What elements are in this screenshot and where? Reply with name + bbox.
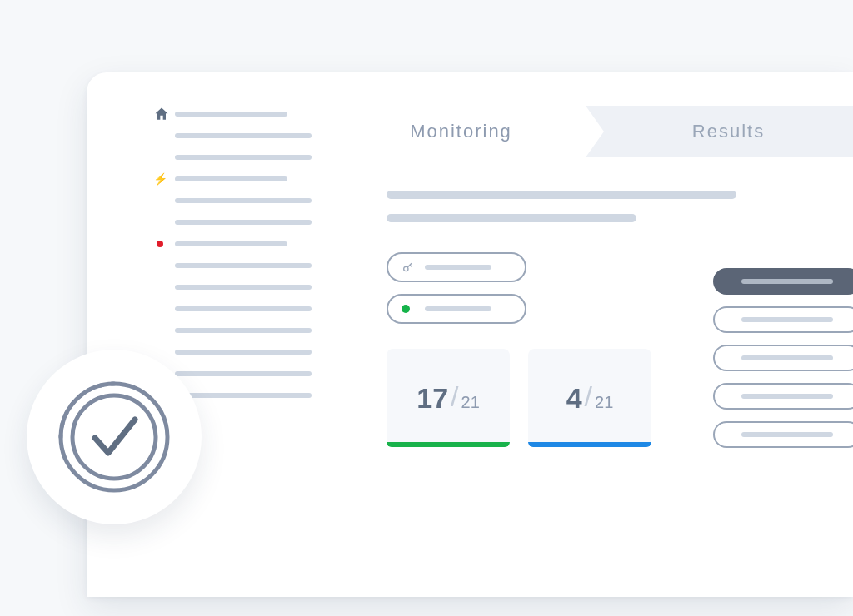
svg-point-0	[404, 266, 408, 271]
sidebar-item[interactable]	[153, 257, 312, 274]
pill-list	[713, 268, 853, 448]
filter-key-label	[425, 265, 491, 270]
stat2-value: 4	[566, 382, 582, 415]
sidebar-item[interactable]	[153, 279, 312, 296]
subheading-placeholder	[387, 214, 636, 222]
filter-key[interactable]	[387, 252, 526, 282]
pill-item-3[interactable]	[713, 383, 853, 410]
check-badge	[27, 350, 202, 524]
sidebar-item[interactable]	[153, 214, 312, 231]
filter-status-label	[425, 306, 491, 311]
stat-card-1[interactable]: 17 / 21	[387, 349, 510, 447]
sidebar-item[interactable]	[153, 192, 312, 209]
pill-item-0[interactable]	[713, 268, 853, 295]
sidebar-item-home[interactable]	[153, 106, 312, 122]
tab-monitoring[interactable]: Monitoring	[337, 106, 586, 157]
sidebar-item[interactable]	[153, 301, 312, 317]
canvas: ⚡ Monitoring Results	[0, 0, 853, 616]
check-icon	[43, 366, 185, 508]
sidebar-item[interactable]	[153, 127, 312, 144]
tab-bar: Monitoring Results	[337, 106, 853, 157]
app-window: ⚡ Monitoring Results	[87, 72, 853, 597]
sidebar-item[interactable]	[153, 149, 312, 166]
key-icon	[402, 261, 420, 274]
sidebar-item[interactable]	[153, 344, 312, 360]
stat1-value: 17	[417, 382, 448, 415]
bolt-icon: ⚡	[153, 172, 175, 186]
stat1-total: 21	[461, 393, 480, 412]
sidebar-item-warning[interactable]	[153, 236, 312, 252]
status-dot-icon	[402, 305, 420, 313]
pill-item-4[interactable]	[713, 421, 853, 448]
filter-status[interactable]	[387, 294, 526, 324]
stat2-total: 21	[595, 393, 613, 412]
sidebar: ⚡	[153, 106, 312, 409]
stat-card-2[interactable]: 4 / 21	[528, 349, 651, 447]
home-icon	[153, 106, 175, 122]
dot-red-icon	[153, 241, 175, 247]
pill-item-2[interactable]	[713, 345, 853, 371]
svg-point-2	[72, 395, 156, 479]
tab-results[interactable]: Results	[586, 106, 853, 157]
sidebar-item[interactable]	[153, 322, 312, 339]
svg-point-1	[61, 384, 167, 490]
heading-placeholder	[387, 191, 736, 199]
sidebar-item-alerts[interactable]: ⚡	[153, 171, 312, 187]
pill-item-1[interactable]	[713, 306, 853, 333]
